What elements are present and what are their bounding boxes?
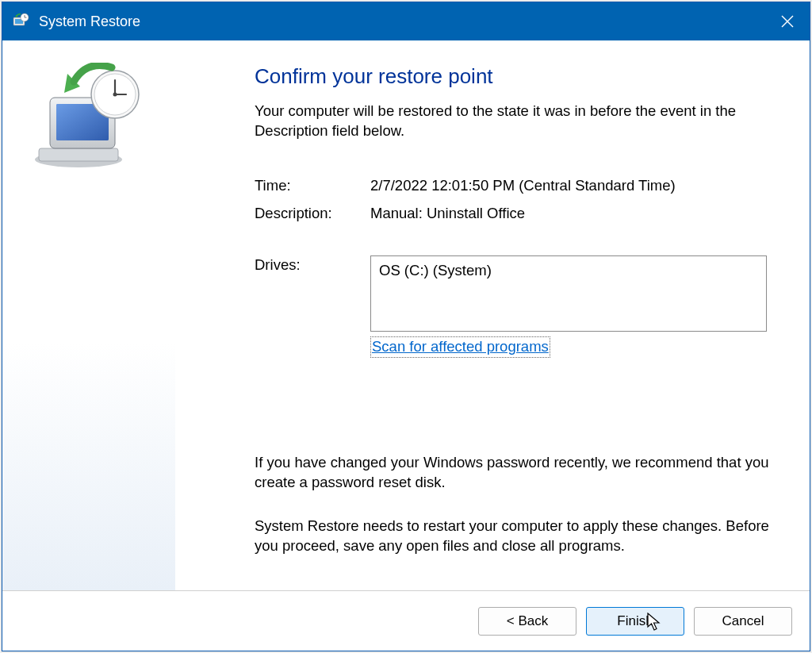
drive-item[interactable]: OS (C:) (System)	[379, 261, 758, 281]
cancel-button[interactable]: Cancel	[694, 607, 792, 636]
intro-text: Your computer will be restored to the st…	[255, 102, 772, 141]
close-icon	[781, 15, 794, 28]
time-value: 2/7/2022 12:01:50 PM (Central Standard T…	[370, 176, 772, 196]
app-icon	[10, 11, 31, 32]
drives-row: Drives: OS (C:) (System) Scan for affect…	[255, 255, 772, 358]
back-button[interactable]: < Back	[478, 607, 576, 636]
svg-rect-9	[39, 148, 118, 161]
window-title: System Restore	[39, 13, 765, 30]
description-value: Manual: Uninstall Office	[370, 204, 772, 224]
titlebar: System Restore	[2, 2, 810, 40]
page-heading: Confirm your restore point	[255, 63, 772, 90]
description-row: Description: Manual: Uninstall Office	[255, 204, 772, 224]
scan-affected-programs-link[interactable]: Scan for affected programs	[370, 336, 550, 358]
drives-listbox[interactable]: OS (C:) (System)	[370, 255, 767, 332]
svg-point-17	[113, 93, 117, 97]
content-area: Confirm your restore point Your computer…	[175, 40, 810, 590]
finish-button[interactable]: Finish	[586, 607, 684, 636]
time-label: Time:	[255, 176, 370, 196]
close-button[interactable]	[765, 2, 810, 40]
restart-note: System Restore needs to restart your com…	[255, 517, 772, 556]
sidebar	[2, 40, 175, 590]
wizard-body: Confirm your restore point Your computer…	[2, 40, 810, 590]
drives-label: Drives:	[255, 255, 370, 358]
password-note: If you have changed your Windows passwor…	[255, 453, 772, 493]
restore-graphic-icon	[29, 63, 148, 174]
system-restore-window: System Restore	[2, 2, 810, 651]
description-label: Description:	[255, 204, 370, 224]
button-bar: < Back Finish Cancel	[2, 590, 810, 651]
time-row: Time: 2/7/2022 12:01:50 PM (Central Stan…	[255, 176, 772, 196]
